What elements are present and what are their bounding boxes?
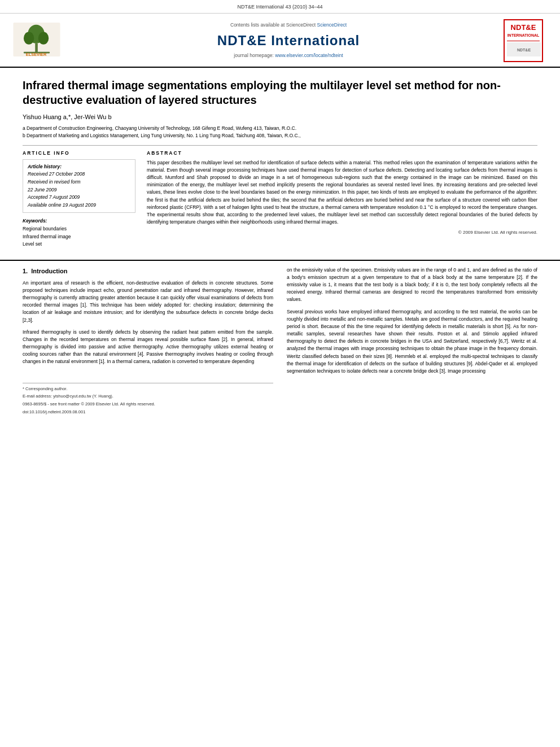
keyword-2: Infrared thermal image bbox=[23, 234, 71, 239]
homepage-link[interactable]: www.elsevier.com/locate/ndteint bbox=[275, 53, 343, 58]
main-body: 1. Introduction An important area of res… bbox=[0, 260, 560, 427]
page-wrapper: NDT&E International 43 (2010) 34–44 ELSE… bbox=[0, 0, 560, 427]
abstract-text: This paper describes the multilayer leve… bbox=[147, 159, 537, 226]
accepted-date: Accepted 7 August 2009 bbox=[28, 194, 130, 202]
section1-title: 1. Introduction bbox=[23, 267, 273, 276]
elsevier-logo-area: ELSEVIER bbox=[11, 23, 79, 59]
available-date: Available online 19 August 2009 bbox=[28, 202, 130, 209]
journal-title-area: Contents lists available at ScienceDirec… bbox=[79, 22, 498, 59]
divider bbox=[23, 145, 537, 146]
authors: Yishuo Huang a,*, Jer-Wei Wu b bbox=[23, 113, 537, 121]
revised-label: Received in revised form bbox=[28, 178, 130, 186]
journal-homepage: journal homepage: www.elsevier.com/locat… bbox=[79, 53, 498, 59]
affiliation-b: b Department of Marketing and Logistics … bbox=[23, 132, 537, 139]
affiliation-a: a Department of Construction Engineering… bbox=[23, 125, 537, 132]
ndte-logo: NDT&E INTERNATIONAL NDT&E bbox=[504, 19, 543, 62]
footnote-email: E-mail address: yishuo@cyut.edu.tw (Y. H… bbox=[23, 393, 273, 400]
keyword-3: Level set bbox=[23, 241, 42, 247]
intro-paragraph-2: Infrared thermography is used to identif… bbox=[23, 329, 273, 366]
article-info-heading: ARTICLE INFO bbox=[23, 150, 135, 157]
footnote-area: * Corresponding author. E-mail address: … bbox=[23, 383, 273, 416]
svg-point-3 bbox=[24, 32, 34, 44]
ndte-logo-area: NDT&E INTERNATIONAL NDT&E bbox=[498, 19, 543, 62]
right-paragraph-1: on the emissivity value of the specimen.… bbox=[287, 267, 537, 304]
elsevier-logo-svg: ELSEVIER bbox=[11, 23, 62, 56]
sciencedirect-text: Contents lists available at ScienceDirec… bbox=[230, 22, 316, 28]
keywords-label: Keywords: bbox=[23, 218, 47, 224]
article-info-abstract: ARTICLE INFO Article history: Received 2… bbox=[23, 150, 537, 248]
right-paragraph-2: Several previous works have employed inf… bbox=[287, 308, 537, 375]
copyright: © 2009 Elsevier Ltd. All rights reserved… bbox=[147, 229, 537, 235]
revised-date: 22 June 2009 bbox=[28, 186, 130, 194]
article-info-col: ARTICLE INFO Article history: Received 2… bbox=[23, 150, 135, 248]
svg-text:NDT&E: NDT&E bbox=[517, 48, 531, 52]
keyword-1: Regional boundaries bbox=[23, 226, 67, 231]
body-right-column: on the emissivity value of the specimen.… bbox=[287, 267, 537, 416]
abstract-heading: ABSTRACT bbox=[147, 150, 537, 157]
article-content: Infrared thermal image segmentations emp… bbox=[0, 68, 560, 260]
svg-rect-1 bbox=[35, 43, 38, 53]
section-title-text: Introduction bbox=[31, 268, 67, 274]
abstract-col: ABSTRACT This paper describes the multil… bbox=[147, 150, 537, 248]
body-columns: 1. Introduction An important area of res… bbox=[23, 267, 537, 416]
history-label: Article history: bbox=[28, 163, 130, 171]
article-title: Infrared thermal image segmentations emp… bbox=[23, 78, 537, 107]
keywords-section: Keywords: Regional boundaries Infrared t… bbox=[23, 217, 135, 248]
footnote-doi: doi:10.1016/j.ndteint.2009.08.001 bbox=[23, 409, 273, 416]
sciencedirect-line: Contents lists available at ScienceDirec… bbox=[79, 22, 498, 29]
received-date: Received 27 October 2008 bbox=[28, 171, 130, 178]
journal-header: ELSEVIER Contents lists available at Sci… bbox=[0, 14, 560, 68]
footnote-issn: 0963-8695/$ - see front matter © 2009 El… bbox=[23, 401, 273, 408]
sciencedirect-link[interactable]: ScienceDirect bbox=[317, 22, 347, 28]
svg-text:ELSEVIER: ELSEVIER bbox=[26, 52, 47, 56]
citation-text: NDT&E International 43 (2010) 34–44 bbox=[237, 4, 322, 10]
affiliations: a Department of Construction Engineering… bbox=[23, 125, 537, 139]
section-number: 1. bbox=[23, 268, 28, 274]
footnote-corresponding: * Corresponding author. bbox=[23, 386, 273, 392]
journal-citation: NDT&E International 43 (2010) 34–44 bbox=[0, 0, 560, 14]
article-info-box: Article history: Received 27 October 200… bbox=[23, 159, 135, 213]
authors-text: Yishuo Huang a,*, Jer-Wei Wu b bbox=[23, 113, 112, 120]
body-left-column: 1. Introduction An important area of res… bbox=[23, 267, 273, 416]
journal-title: NDT&E International bbox=[79, 31, 498, 50]
ndte-logo-image: NDT&E bbox=[507, 42, 541, 56]
intro-paragraph-1: An important area of research is the eff… bbox=[23, 279, 273, 324]
svg-point-4 bbox=[38, 32, 49, 44]
